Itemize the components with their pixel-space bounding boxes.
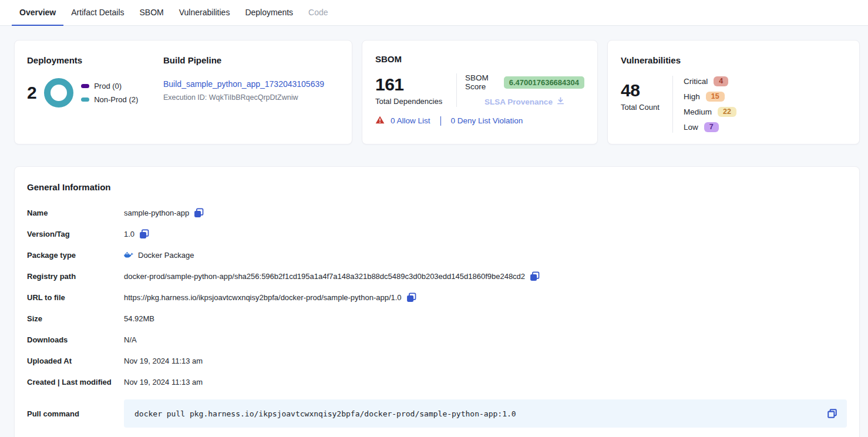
links-divider (440, 116, 441, 126)
package-type-value: Docker Package (138, 251, 194, 260)
sbom-card: SBOM 161 Total Dependencies SBOM Score 6… (362, 40, 598, 144)
severity-label-critical: Critical (684, 77, 708, 86)
downloads-label: Downloads (27, 329, 124, 350)
url-to-file-value-row: https://pkg.harness.io/ikpsjoavtcwxnqisy… (124, 287, 847, 308)
pull-command-value: docker pull pkg.harness.io/ikpsjoavtcwxn… (134, 409, 516, 418)
registry-path-label: Registry path (27, 265, 124, 287)
non-prod-swatch (81, 98, 89, 102)
tab-deployments[interactable]: Deployments (237, 0, 301, 26)
vulnerabilities-title: Vulnerabilities (621, 55, 846, 65)
tab-code: Code (301, 0, 335, 26)
legend-item-prod: Prod (0) (81, 82, 138, 90)
vulnerabilities-card: Vulnerabilities 48 Total Count Critical … (607, 40, 860, 144)
downloads-value: N/A (124, 329, 847, 350)
legend-item-non-prod: Non-Prod (2) (81, 95, 138, 104)
created-modified-value: Nov 19, 2024 11:13 am (124, 371, 847, 392)
severity-list: Critical 4 High 15 Medium 22 Low 7 (673, 76, 736, 133)
severity-pill-medium: 22 (718, 107, 736, 117)
tab-vulnerabilities[interactable]: Vulnerabilities (171, 0, 238, 26)
severity-row-medium: Medium 22 (684, 106, 736, 117)
warning-triangle-icon (375, 116, 385, 126)
severity-row-low: Low 7 (684, 122, 736, 133)
copy-registry-path-button[interactable] (530, 271, 540, 281)
build-pipeline-title: Build Pipeline (163, 55, 339, 65)
url-to-file-label: URL to file (27, 287, 124, 308)
severity-row-critical: Critical 4 (684, 76, 736, 87)
registry-path-value-row: docker-prod/sample-python-app/sha256:596… (124, 265, 847, 287)
deployments-total-count: 2 (27, 83, 36, 103)
download-icon (556, 96, 565, 107)
copy-pull-command-button[interactable] (827, 408, 837, 421)
sbom-total-dependencies: 161 (375, 75, 456, 95)
tab-sbom[interactable]: SBOM (132, 0, 171, 26)
execution-id: Execution ID: WqkTiIbBRqecQrpDtZwniw (163, 93, 339, 102)
allow-list-link[interactable]: 0 Allow List (391, 116, 430, 125)
general-information-card: General Information Name sample-python-a… (14, 166, 860, 437)
pull-command-row: Pull command docker pull pkg.harness.io/… (27, 399, 847, 428)
copy-version-button[interactable] (139, 229, 149, 239)
summary-cards-row: Deployments 2 Prod (0) Non-Prod (2) Buil… (14, 40, 860, 144)
created-modified-label: Created | Last modified (27, 371, 124, 392)
uploaded-at-value: Nov 19, 2024 11:13 am (124, 350, 847, 371)
pull-command-label: Pull command (27, 409, 124, 418)
slsa-provenance-download[interactable]: SLSA Provenance (485, 96, 565, 107)
pull-command-box: docker pull pkg.harness.io/ikpsjoavtcwxn… (124, 399, 847, 428)
severity-pill-low: 7 (704, 122, 719, 132)
severity-row-high: High 15 (684, 91, 736, 102)
copy-name-button[interactable] (194, 208, 204, 218)
sbom-total-label: Total Dependencies (375, 97, 456, 106)
non-prod-label: Non-Prod (2) (94, 95, 138, 104)
slsa-provenance-label: SLSA Provenance (485, 98, 553, 106)
size-value: 54.92MB (124, 308, 847, 329)
deployments-card: Deployments 2 Prod (0) Non-Prod (2) Buil… (14, 40, 352, 144)
size-label: Size (27, 308, 124, 329)
general-information-title: General Information (27, 182, 847, 192)
registry-path-value: docker-prod/sample-python-app/sha256:596… (124, 272, 525, 281)
docker-icon (124, 251, 134, 259)
sbom-title: SBOM (375, 54, 584, 64)
severity-label-high: High (684, 92, 700, 101)
name-label: Name (27, 202, 124, 223)
version-tag-value: 1.0 (124, 230, 134, 238)
prod-swatch (81, 84, 89, 88)
tab-overview[interactable]: Overview (12, 0, 63, 26)
tab-bar: Overview Artifact Details SBOM Vulnerabi… (0, 0, 868, 26)
copy-url-button[interactable] (406, 293, 416, 302)
severity-label-medium: Medium (684, 107, 712, 116)
package-type-label: Package type (27, 244, 124, 265)
tab-artifact-details[interactable]: Artifact Details (63, 0, 132, 26)
vulnerabilities-total-label: Total Count (621, 103, 672, 112)
severity-pill-high: 15 (706, 92, 725, 102)
sbom-score-label: SBOM Score (465, 73, 499, 91)
deny-list-link[interactable]: 0 Deny List Violation (451, 116, 523, 125)
general-information-grid: Name sample-python-app Version/Tag 1.0 P… (27, 202, 847, 392)
version-tag-label: Version/Tag (27, 223, 124, 244)
prod-label: Prod (0) (94, 82, 122, 90)
uploaded-at-label: Uploaded At (27, 350, 124, 371)
pipeline-link[interactable]: Build_sample_python_app_1732043105639 (163, 79, 324, 89)
version-tag-value-row: 1.0 (124, 223, 847, 244)
deployments-title: Deployments (27, 55, 163, 65)
vulnerabilities-total-count: 48 (621, 80, 672, 100)
severity-pill-critical: 4 (714, 76, 728, 86)
name-value: sample-python-app (124, 209, 189, 217)
sbom-score-badge: 6.470017636684304 (504, 76, 584, 89)
name-value-row: sample-python-app (124, 202, 847, 223)
severity-label-low: Low (684, 123, 698, 132)
package-type-value-row: Docker Package (124, 244, 847, 265)
deployments-donut-chart (44, 78, 73, 107)
deployments-legend: Prod (0) Non-Prod (2) (81, 82, 138, 104)
url-to-file-value: https://pkg.harness.io/ikpsjoavtcwxnqisy… (124, 293, 402, 302)
